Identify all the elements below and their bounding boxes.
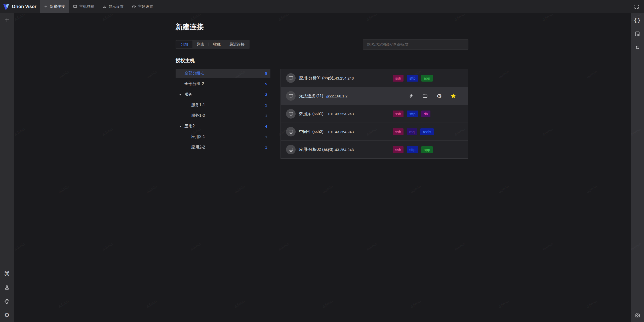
view-tab-recent[interactable]: 最近连接 <box>225 41 249 48</box>
tree-item[interactable]: 全部分组-1 5 <box>176 69 270 78</box>
search-input[interactable] <box>363 39 468 50</box>
host-row[interactable]: 应用-分析02 (asy2) 101.43.254.243 ssh sftp a… <box>281 141 468 158</box>
host-tags: ssh sftp app <box>393 69 433 87</box>
host-actions: ⚙ <box>408 87 456 105</box>
view-tab-list[interactable]: 列表 <box>192 41 209 48</box>
host-row[interactable]: 无法连接 (11) 222.168.1.2 ⚙ <box>281 87 468 105</box>
gear-icon[interactable]: ⚙ <box>436 93 442 99</box>
camera-icon[interactable] <box>634 312 641 318</box>
view-switch: 分组 列表 收藏 最近连接 <box>176 40 250 49</box>
tag: mq <box>407 128 417 135</box>
tree-header: 授权主机 <box>176 57 195 64</box>
gear-icon[interactable]: ⚙ <box>4 312 11 318</box>
host-name: 无法连接 (11) <box>299 87 330 105</box>
page-title: 新建连接 <box>176 22 204 32</box>
tab-label: 主题设置 <box>138 4 153 9</box>
tag: redis <box>420 128 434 135</box>
brand-name: Orion Visor <box>12 4 36 9</box>
host-count: 4 <box>265 124 270 128</box>
top-bar: Orion Visor 新建连接 主机终端 显示设置 主题设置 <box>0 0 644 13</box>
host-ip: 101.43.254.243 <box>328 123 354 140</box>
host-count: 1 <box>265 103 270 107</box>
host-count: 1 <box>265 135 270 139</box>
left-rail: ⌘ ⚙ <box>0 13 14 322</box>
main-content: 新建连接 分组 列表 收藏 最近连接 授权主机 全部分组-1 5 全部分组-2 … <box>14 13 631 322</box>
tab-host-terminal[interactable]: 主机终端 <box>69 0 98 13</box>
view-tab-group[interactable]: 分组 <box>176 41 192 48</box>
tree-item[interactable]: 服务1-1 1 <box>176 100 270 110</box>
host-row[interactable]: 数据库 (ssh1) 101.43.254.243 ssh sftp db <box>281 105 468 123</box>
caret-down-icon[interactable] <box>179 94 182 95</box>
group-tree: 全部分组-1 5 全部分组-2 5 服务 2 服务1-1 1 服务1-2 1 应… <box>176 69 270 153</box>
doc-bookmark-icon[interactable] <box>634 30 641 37</box>
tag: ssh <box>393 128 404 135</box>
host-ip: 101.43.254.243 <box>328 69 354 87</box>
tab-label: 主机终端 <box>79 4 94 9</box>
host-name: 数据库 (ssh1) <box>299 105 324 123</box>
host-count: 5 <box>265 71 270 76</box>
view-tab-favorites[interactable]: 收藏 <box>209 41 225 48</box>
host-list: 应用-分析01 (asy1) 101.43.254.243 ssh sftp a… <box>280 69 468 159</box>
palette-icon[interactable] <box>4 298 11 305</box>
top-nav: 新建连接 主机终端 显示设置 主题设置 <box>40 0 157 13</box>
tree-item[interactable]: 服务1-2 1 <box>176 111 270 120</box>
host-row[interactable]: 应用-分析01 (asy1) 101.43.254.243 ssh sftp a… <box>281 69 468 87</box>
stamp-icon[interactable] <box>4 284 11 291</box>
tab-label: 新建连接 <box>50 4 65 9</box>
braces-icon[interactable]: { } <box>634 17 641 23</box>
tag: ssh <box>393 111 404 117</box>
tab-theme-settings[interactable]: 主题设置 <box>128 0 157 13</box>
tree-item[interactable]: 应用2 4 <box>176 122 270 131</box>
host-monitor-icon <box>286 127 296 136</box>
host-monitor-icon <box>286 145 296 154</box>
bolt-icon[interactable] <box>408 93 414 99</box>
orion-visor-app: { "watermark": { "text": "admin" }, "top… <box>0 0 644 322</box>
command-icon[interactable]: ⌘ <box>4 270 11 277</box>
tag: sftp <box>407 146 418 153</box>
tag: ssh <box>393 75 404 82</box>
tag: db <box>421 111 431 117</box>
host-count: 5 <box>265 82 270 86</box>
tree-item[interactable]: 应用2-1 1 <box>176 132 270 141</box>
plus-icon <box>44 5 48 9</box>
palette-icon <box>132 5 136 9</box>
caret-down-icon[interactable] <box>179 126 182 127</box>
star-icon[interactable] <box>450 93 456 99</box>
right-rail: { } <box>631 13 644 322</box>
tree-item[interactable]: 应用2-2 1 <box>176 143 270 152</box>
tab-new-connection[interactable]: 新建连接 <box>40 0 69 13</box>
folder-icon[interactable] <box>422 93 428 99</box>
host-row[interactable]: 中间件 (ssh2) 101.43.254.243 ssh mq redis <box>281 123 468 141</box>
tab-display-settings[interactable]: 显示设置 <box>98 0 128 13</box>
add-icon[interactable] <box>4 16 11 23</box>
tag: sftp <box>407 111 418 117</box>
fullscreen-icon[interactable] <box>633 3 640 10</box>
tag: sftp <box>407 75 418 82</box>
stamp-icon <box>102 5 107 9</box>
host-count: 1 <box>265 145 270 150</box>
host-monitor-icon <box>286 109 296 119</box>
host-ip: 222.168.1.2 <box>328 87 347 105</box>
host-monitor-icon <box>286 73 296 83</box>
host-tags: ssh sftp db <box>393 105 430 123</box>
tag: app <box>421 75 433 82</box>
app-logo-icon <box>3 3 10 10</box>
tag: app <box>421 146 433 153</box>
monitor-icon <box>73 5 77 9</box>
host-ip: 101.43.254.243 <box>328 141 354 158</box>
host-tags: ssh mq redis <box>393 123 434 140</box>
tab-label: 显示设置 <box>109 4 124 9</box>
tree-item[interactable]: 服务 2 <box>176 90 270 99</box>
tag: ssh <box>393 146 404 153</box>
tree-item[interactable]: 全部分组-2 5 <box>176 79 270 89</box>
brand: Orion Visor <box>0 0 40 13</box>
host-tags: ssh sftp app <box>393 141 433 158</box>
host-ip: 101.43.254.243 <box>328 105 354 123</box>
host-name: 中间件 (ssh2) <box>299 123 324 140</box>
host-count: 2 <box>265 92 270 97</box>
host-monitor-icon <box>286 91 296 101</box>
sort-arrows-icon[interactable] <box>634 44 641 51</box>
host-count: 1 <box>265 114 270 118</box>
